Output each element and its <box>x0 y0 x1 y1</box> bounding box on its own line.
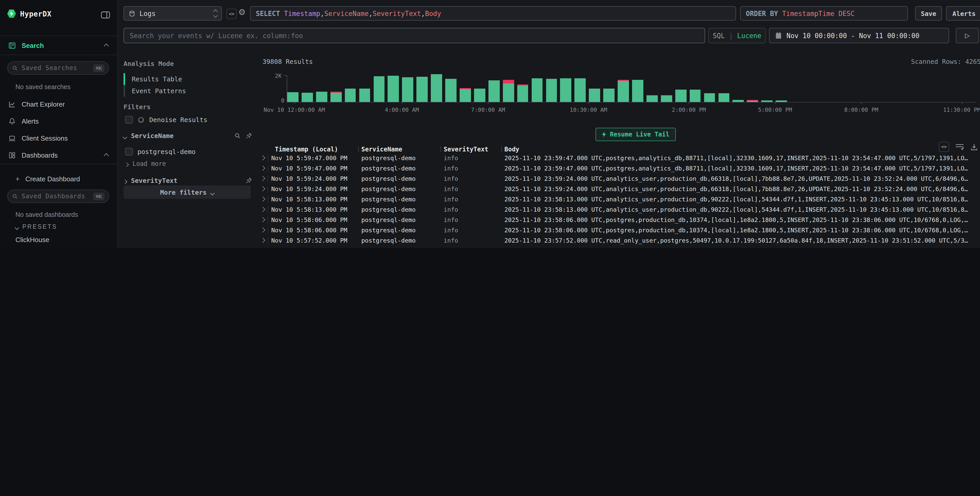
histogram-bar[interactable] <box>488 80 500 102</box>
sidebar-item-search[interactable]: Search <box>0 38 117 52</box>
app-logo[interactable]: HyperDX <box>7 9 51 18</box>
source-selector[interactable]: Logs <box>124 6 222 21</box>
date-range-picker[interactable]: Nov 10 00:00:00 - Nov 11 00:00:00 <box>769 28 949 43</box>
histogram-bar[interactable] <box>431 74 442 102</box>
histogram-bar[interactable] <box>359 89 370 102</box>
chevron-up-icon[interactable] <box>105 151 108 159</box>
table-row[interactable]: Nov 10 5:58:13.000 PMpostgresql-demoinfo… <box>258 204 980 215</box>
saved-searches-input[interactable]: Saved Searches ⌘K <box>7 61 109 75</box>
save-button[interactable]: Save <box>915 6 942 21</box>
no-saved-dashboards-text: No saved dashboards <box>16 211 78 218</box>
search-icon[interactable] <box>234 132 241 139</box>
sidebar-item-alerts[interactable]: Alerts <box>0 114 117 128</box>
histogram-bar[interactable] <box>503 80 514 102</box>
histogram-bar[interactable] <box>417 77 428 102</box>
filter-group-servicename[interactable]: ServiceName <box>124 132 252 140</box>
column-header-severitytext[interactable]: SeverityText <box>444 146 488 153</box>
histogram-bar[interactable] <box>704 93 715 102</box>
toggle-sql[interactable]: SQL <box>713 32 725 40</box>
histogram-bar[interactable] <box>388 76 399 102</box>
filter-group-severitytext[interactable]: SeverityText <box>124 177 252 184</box>
mode-label: Results Table <box>132 75 182 83</box>
histogram-bar[interactable] <box>517 85 528 102</box>
preset-clickhouse[interactable]: ClickHouse <box>16 236 49 244</box>
histogram-bar[interactable] <box>661 95 672 102</box>
sidebar-item-chart-explorer[interactable]: Chart Explorer <box>0 97 117 111</box>
preset-services[interactable]: Services <box>16 248 41 248</box>
cell-timestamp: Nov 10 5:58:13.000 PM <box>268 196 359 203</box>
table-row[interactable]: Nov 10 5:59:47.000 PMpostgresql-demoinfo… <box>258 153 980 163</box>
load-more-button[interactable]: Load more <box>125 160 166 167</box>
table-row[interactable]: Nov 10 5:59:47.000 PMpostgresql-demoinfo… <box>258 163 980 174</box>
table-row[interactable]: Nov 10 5:59:24.000 PMpostgresql-demoinfo… <box>258 174 980 184</box>
column-header-servicename[interactable]: ServiceName <box>361 146 402 153</box>
run-query-button[interactable]: ▷ <box>956 28 979 43</box>
toggle-lucene[interactable]: Lucene <box>737 32 761 40</box>
table-row[interactable]: Nov 10 5:57:52.000 PMpostgresql-demoinfo… <box>258 235 980 246</box>
table-row[interactable]: Nov 10 5:57:52.000 PMpostgresql-demoinfo… <box>258 246 980 248</box>
histogram-bar[interactable] <box>287 92 299 102</box>
pin-icon[interactable] <box>245 132 252 139</box>
sidebar-item-client-sessions[interactable]: Client Sessions <box>0 131 117 145</box>
histogram-bar[interactable] <box>402 77 414 102</box>
collapse-sidebar-icon[interactable] <box>101 11 110 19</box>
column-header-timestamp[interactable]: Timestamp (Local) <box>275 146 338 153</box>
mode-event-patterns[interactable]: Event Patterns <box>124 85 251 97</box>
select-query-input[interactable]: SELECT Timestamp,ServiceName,SeverityTex… <box>250 6 736 21</box>
histogram-bar[interactable] <box>632 80 643 102</box>
service-checkbox[interactable] <box>125 148 133 156</box>
results-area: 39808 Results Scanned Rows: 42650 2K 0 N… <box>258 54 980 248</box>
histogram-bar[interactable] <box>302 93 313 102</box>
histogram-bar[interactable] <box>546 79 557 102</box>
presets-label: PRESETS <box>22 223 57 230</box>
search-input[interactable]: Search your events w/ Lucene ex. column:… <box>124 28 705 43</box>
table-row[interactable]: Nov 10 5:58:06.000 PMpostgresql-demoinfo… <box>258 215 980 225</box>
sidebar-item-dashboards[interactable]: Dashboards <box>0 148 117 162</box>
orderby-input[interactable]: ORDER BY TimestampTime DESC <box>740 6 908 21</box>
cell-servicename: postgresql-demo <box>361 175 415 182</box>
column-header-body[interactable]: Body <box>504 146 519 153</box>
histogram-bar[interactable] <box>689 89 701 102</box>
histogram-bar[interactable] <box>316 92 327 102</box>
table-row[interactable]: Nov 10 5:58:13.000 PMpostgresql-demoinfo… <box>258 194 980 204</box>
denoise-checkbox[interactable] <box>125 116 133 124</box>
chevron-up-icon[interactable] <box>105 41 108 49</box>
code-brackets-icon[interactable]: <> <box>226 9 237 19</box>
create-dashboard-button[interactable]: + Create Dashboard <box>0 172 117 185</box>
histogram-bar[interactable] <box>345 89 356 102</box>
histogram-bar[interactable] <box>675 90 687 102</box>
cell-body: 2025-11-10 23:58:13.000 UTC,analytics_us… <box>504 206 980 213</box>
table-row[interactable]: Nov 10 5:59:24.000 PMpostgresql-demoinfo… <box>258 184 980 194</box>
filter-value-postgresql-demo[interactable]: postgresql-demo <box>125 148 196 156</box>
alerts-button[interactable]: Alerts <box>946 6 980 21</box>
cell-severitytext: info <box>444 216 458 223</box>
histogram-bar[interactable] <box>646 95 658 102</box>
sidebar: HyperDX Search Saved Searches ⌘K No save… <box>0 0 118 248</box>
histogram-bar[interactable] <box>603 89 614 102</box>
table-row[interactable]: Nov 10 5:58:06.000 PMpostgresql-demoinfo… <box>258 225 980 235</box>
histogram-bar[interactable] <box>531 78 543 102</box>
pin-icon[interactable] <box>245 177 252 184</box>
histogram-bar[interactable] <box>589 89 600 102</box>
histogram-bar[interactable] <box>575 78 586 102</box>
histogram-bar[interactable] <box>718 93 730 102</box>
resume-live-tail-button[interactable]: Resume Live Tail <box>595 128 676 141</box>
histogram-bar[interactable] <box>560 78 571 102</box>
mode-results-table[interactable]: Results Table <box>124 73 251 85</box>
saved-dashboards-input[interactable]: Saved Dashboards ⌘K <box>7 190 109 203</box>
histogram-bar[interactable] <box>733 100 744 102</box>
histogram-bar[interactable] <box>618 80 629 102</box>
cell-severitytext: info <box>444 226 458 234</box>
histogram-bar[interactable] <box>331 92 342 102</box>
denoise-results-option[interactable]: Denoise Results <box>125 116 207 124</box>
histogram-bar[interactable] <box>747 100 759 102</box>
histogram-bar[interactable] <box>474 89 485 102</box>
gear-icon[interactable]: ⚙ <box>238 7 246 17</box>
presets-section[interactable]: PRESETS <box>16 223 57 230</box>
histogram-bar[interactable] <box>374 76 385 102</box>
cell-severitytext: info <box>444 185 458 193</box>
more-filters-button[interactable]: More filters <box>124 185 251 199</box>
histogram-bar[interactable] <box>445 79 457 102</box>
cell-timestamp: Nov 10 5:57:52.000 PM <box>268 237 359 244</box>
histogram-bar[interactable] <box>460 88 471 102</box>
